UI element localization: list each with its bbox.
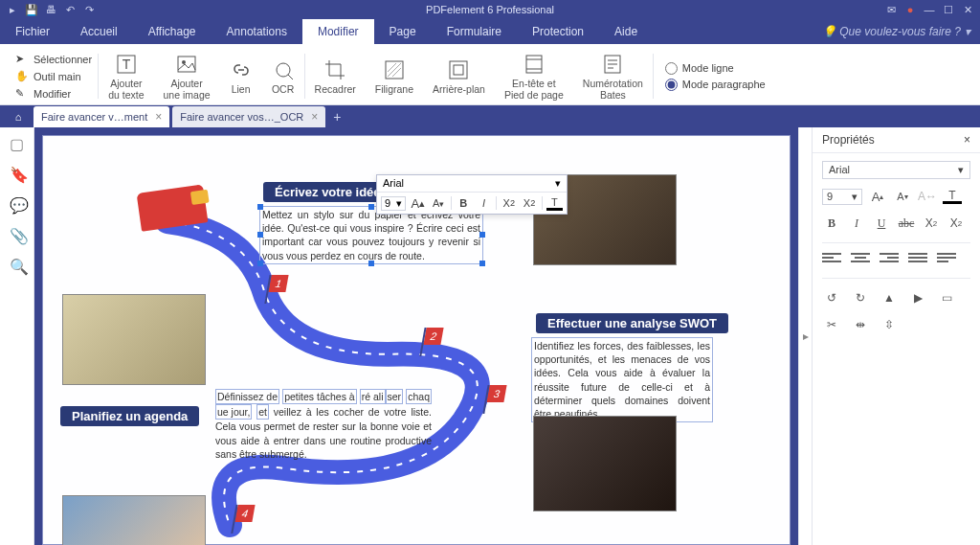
app-menu-icon[interactable]: ▸	[6, 3, 19, 16]
menu-annotations[interactable]: Annotations	[212, 19, 302, 44]
btn-crop[interactable]: Recadrer	[305, 48, 366, 104]
document-canvas[interactable]: Écrivez votre idée Mettez un stylo sur d…	[34, 127, 798, 545]
background-icon	[447, 58, 470, 81]
rotate-right-icon[interactable]: ↻	[851, 288, 870, 307]
decrease-font-icon[interactable]: A▾	[430, 194, 446, 212]
print-icon[interactable]: 🖶	[44, 3, 57, 16]
close-icon[interactable]: ✕	[961, 3, 974, 16]
flip-vertical-icon[interactable]: ▲	[880, 288, 899, 307]
text-block[interactable]: Identifiez les forces, des faiblesses, l…	[531, 337, 713, 422]
text-block[interactable]: Définissez de petites tâches à ré aliser…	[213, 388, 434, 462]
tool-hand[interactable]: ✋Outil main	[15, 69, 92, 84]
ocr-icon	[272, 58, 295, 81]
btn-watermark[interactable]: Filigrane	[366, 48, 423, 104]
flip-horizontal-icon[interactable]: ▶	[908, 288, 927, 307]
help-search[interactable]: 💡 Que voulez-vous faire ? ▾	[822, 25, 980, 38]
decrease-font-icon[interactable]: A▾	[893, 187, 912, 206]
menu-aide[interactable]: Aide	[599, 19, 653, 44]
menu-affichage[interactable]: Affichage	[133, 19, 212, 44]
increase-font-icon[interactable]: A▴	[410, 194, 426, 212]
font-color-icon[interactable]: T	[943, 189, 962, 204]
strike-icon[interactable]: abc	[897, 214, 916, 233]
svg-rect-11	[454, 65, 463, 75]
comments-icon[interactable]: 💬	[10, 196, 25, 212]
distribute-v-icon[interactable]: ⇳	[880, 315, 899, 334]
photo-placeholder[interactable]	[62, 495, 206, 545]
menu-accueil[interactable]: Accueil	[65, 19, 133, 44]
btn-link[interactable]: Lien	[220, 48, 262, 104]
distribute-h-icon[interactable]: ⇹	[851, 315, 870, 334]
menu-fichier[interactable]: Fichier	[0, 19, 65, 44]
menu-formulaire[interactable]: Formulaire	[432, 19, 517, 44]
crop-icon	[323, 58, 346, 81]
rotate-left-icon[interactable]: ↺	[822, 288, 841, 307]
svg-line-8	[388, 63, 396, 72]
floating-font-toolbar[interactable]: Arial▾ 9▾ A▴ A▾ B I X2 X2 T	[376, 174, 568, 215]
pdf-page[interactable]: Écrivez votre idée Mettez un stylo sur d…	[42, 135, 791, 545]
lightbulb-icon: 💡	[822, 25, 835, 38]
mail-icon[interactable]: ✉	[884, 3, 898, 16]
chevron-right-icon[interactable]: ▸	[803, 329, 809, 343]
superscript-icon[interactable]: X2	[922, 214, 941, 233]
subscript-icon[interactable]: X2	[947, 214, 966, 233]
close-tab-icon[interactable]: ×	[311, 110, 318, 124]
prop-font-size[interactable]: 9▾	[822, 189, 862, 205]
align-right-icon[interactable]	[880, 253, 899, 268]
menu-page[interactable]: Page	[374, 19, 432, 44]
italic-icon[interactable]: I	[847, 214, 866, 233]
tool-select[interactable]: ➤Sélectionner	[15, 52, 92, 67]
bookmarks-icon[interactable]: 🔖	[10, 166, 25, 181]
bold-icon[interactable]: B	[456, 194, 472, 212]
underline-icon[interactable]: U	[872, 214, 891, 233]
align-left-icon[interactable]	[822, 253, 841, 268]
btn-bates[interactable]: Numérotation Bates	[573, 48, 653, 104]
chevron-down-icon: ▾	[852, 191, 858, 203]
redo-icon[interactable]: ↷	[82, 3, 96, 16]
new-tab-button[interactable]: +	[325, 109, 348, 125]
replace-image-icon[interactable]: ▭	[937, 288, 956, 307]
align-justify-icon[interactable]	[908, 253, 927, 268]
btn-add-image[interactable]: Ajouter une image	[154, 48, 220, 104]
prop-font-family[interactable]: Arial▾	[822, 161, 970, 179]
superscript-icon[interactable]: X2	[501, 194, 517, 212]
menu-protection[interactable]: Protection	[517, 19, 599, 44]
font-color-icon[interactable]: T	[546, 196, 563, 211]
list-icon[interactable]	[937, 253, 956, 268]
thumbnails-icon[interactable]: ▢	[10, 135, 25, 150]
increase-font-icon[interactable]: A▴	[868, 187, 887, 206]
search-icon[interactable]: 🔍	[10, 258, 25, 273]
crop-image-icon[interactable]: ✂	[822, 315, 841, 334]
text-scale-icon[interactable]: A↔	[918, 187, 937, 206]
maximize-icon[interactable]: ☐	[942, 3, 955, 16]
mode-line[interactable]: Mode ligne	[665, 62, 766, 75]
photo-placeholder[interactable]	[62, 294, 206, 385]
text-block-selected[interactable]: Mettez un stylo sur du papier et écrivez…	[259, 206, 483, 264]
mode-paragraph[interactable]: Mode paragraphe	[665, 79, 766, 91]
menu-modifier[interactable]: Modifier	[302, 19, 374, 44]
minimize-icon[interactable]: —	[923, 3, 936, 16]
font-size-select[interactable]: 9▾	[381, 196, 406, 211]
svg-line-5	[288, 75, 293, 79]
subscript-icon[interactable]: X2	[521, 194, 537, 212]
tool-edit[interactable]: ✎Modifier	[15, 86, 92, 102]
section-heading[interactable]: Effectuer une analyse SWOT	[536, 313, 728, 333]
undo-icon[interactable]: ↶	[63, 3, 77, 16]
italic-icon[interactable]: I	[476, 194, 492, 212]
close-tab-icon[interactable]: ×	[155, 110, 162, 124]
document-tab[interactable]: Faire avancer v…ment ×	[33, 106, 169, 127]
btn-ocr[interactable]: OCR	[262, 48, 304, 104]
attachments-icon[interactable]: 📎	[10, 227, 25, 242]
btn-add-text[interactable]: TAjouter du texte	[99, 48, 153, 104]
section-heading[interactable]: Écrivez votre idée	[263, 182, 392, 202]
bold-icon[interactable]: B	[822, 214, 841, 233]
align-center-icon[interactable]	[851, 253, 870, 268]
document-tab[interactable]: Faire avancer vos…_OCR ×	[172, 106, 325, 127]
btn-background[interactable]: Arrière-plan	[423, 48, 495, 104]
save-icon[interactable]: 💾	[25, 3, 38, 16]
home-tab-icon[interactable]: ⌂	[6, 105, 31, 127]
photo-placeholder[interactable]	[533, 416, 677, 511]
btn-header-footer[interactable]: En-tête et Pied de page	[495, 48, 573, 104]
close-panel-icon[interactable]: ×	[964, 133, 970, 147]
section-heading[interactable]: Planifiez un agenda	[60, 406, 199, 426]
font-family-select[interactable]: Arial▾	[377, 175, 567, 192]
